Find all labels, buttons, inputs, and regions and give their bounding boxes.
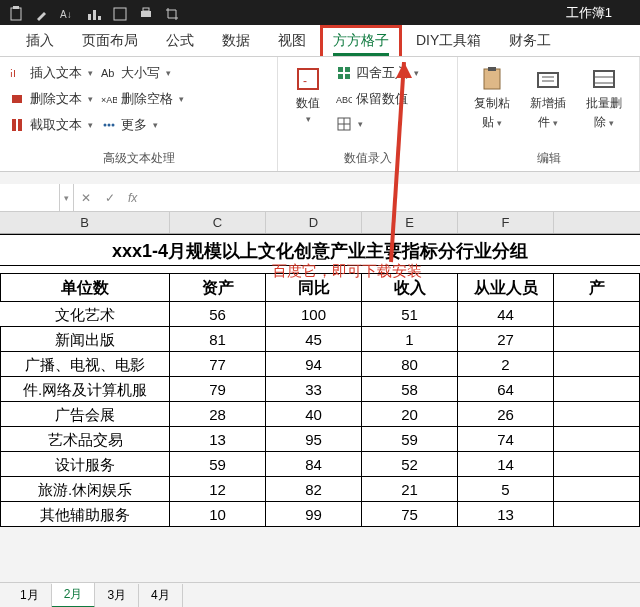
col-header-C[interactable]: C — [170, 212, 266, 233]
table-row[interactable]: 旅游.休闲娱乐1282215 — [0, 477, 640, 502]
print-icon[interactable] — [138, 6, 154, 20]
svg-text:-: - — [303, 74, 307, 88]
paste-icon[interactable] — [8, 6, 24, 20]
ribbon: ⅰⅠ 插入文本▾ 删除文本▾ 截取文本▾ Ab 大小写▾ ×AB — [0, 57, 640, 172]
svg-rect-22 — [338, 74, 343, 79]
tab-insert[interactable]: 插入 — [12, 26, 68, 56]
addins-button[interactable]: 新增插 件 ▾ — [524, 63, 572, 133]
addins-label1: 新增插 — [530, 95, 566, 112]
sort-icon[interactable]: A↓ — [60, 6, 76, 20]
numeric-button[interactable]: - 数值 ▾ — [288, 63, 328, 126]
cell: 45 — [266, 327, 362, 352]
table-row[interactable]: 新闻出版8145127 — [0, 327, 640, 352]
keep-numeric-button[interactable]: ABC 保留数值 — [336, 89, 408, 109]
cell: 80 — [362, 352, 458, 377]
table-row[interactable]: 件.网络及计算机服79335864 — [0, 377, 640, 402]
cell: 20 — [362, 402, 458, 427]
name-box[interactable] — [0, 184, 60, 211]
tab-data[interactable]: 数据 — [208, 26, 264, 56]
cut-text-label: 截取文本 — [30, 116, 82, 134]
tab-view[interactable]: 视图 — [264, 26, 320, 56]
border-icon[interactable] — [112, 6, 128, 20]
cell: 56 — [170, 302, 266, 327]
cell: 58 — [362, 377, 458, 402]
svg-rect-11 — [12, 119, 16, 131]
numeric-extra-button[interactable]: ▾ — [336, 115, 363, 133]
svg-rect-1 — [13, 6, 19, 9]
crop-icon[interactable] — [164, 6, 180, 20]
cell: 77 — [170, 352, 266, 377]
grid-icon — [336, 116, 352, 132]
sheet-tab-4[interactable]: 4月 — [139, 584, 183, 607]
col-header-F[interactable]: F — [458, 212, 554, 233]
cell: 33 — [266, 377, 362, 402]
svg-rect-18 — [298, 69, 318, 89]
tab-formula[interactable]: 公式 — [152, 26, 208, 56]
cell: 26 — [458, 402, 554, 427]
table-row[interactable]: 艺术品交易13955974 — [0, 427, 640, 452]
tab-fangfanggezi[interactable]: 方方格子 — [320, 25, 402, 56]
cell: 51 — [362, 302, 458, 327]
svg-rect-8 — [143, 8, 149, 11]
col-header-E[interactable]: E — [362, 212, 458, 233]
keep-numeric-label: 保留数值 — [356, 90, 408, 108]
delete-space-label: 删除空格 — [121, 90, 173, 108]
tab-diy-toolbox[interactable]: DIY工具箱 — [402, 26, 495, 56]
svg-text:Ab: Ab — [101, 67, 114, 79]
spreadsheet[interactable]: B C D E F xxx1-4月规模以上文化创意产业主要指标分行业分组 单位数… — [0, 212, 640, 527]
table-row[interactable]: 文化艺术561005144 — [0, 302, 640, 327]
cancel-formula-icon[interactable]: ✕ — [74, 184, 98, 211]
formula-bar[interactable]: fx — [122, 184, 640, 211]
row-label: 其他辅助服务 — [0, 502, 170, 527]
cell — [554, 502, 640, 527]
keep-numeric-icon: ABC — [336, 91, 352, 107]
workbook-name: 工作簿1 — [566, 4, 612, 22]
row-label: 艺术品交易 — [0, 427, 170, 452]
delete-space-button[interactable]: ×AB 删除空格▾ — [101, 89, 184, 109]
row-label: 件.网络及计算机服 — [0, 377, 170, 402]
cell: 95 — [266, 427, 362, 452]
brush-icon[interactable] — [34, 6, 50, 20]
namebox-dropdown-icon[interactable]: ▾ — [64, 193, 69, 203]
svg-text:ⅰⅠ: ⅰⅠ — [10, 68, 16, 79]
header-col2: 同比 — [266, 274, 362, 302]
svg-rect-10 — [12, 95, 22, 103]
col-header-B[interactable]: B — [0, 212, 170, 233]
batchdel-button[interactable]: 批量删 除 ▾ — [580, 63, 628, 133]
copypaste-label2: 贴 — [482, 115, 494, 129]
col-header-D[interactable]: D — [266, 212, 362, 233]
sheet-tab-1[interactable]: 1月 — [8, 584, 52, 607]
sheet-tab-3[interactable]: 3月 — [95, 584, 139, 607]
cell: 2 — [458, 352, 554, 377]
svg-rect-29 — [488, 67, 496, 71]
cut-text-icon — [10, 117, 26, 133]
tab-finance[interactable]: 财务工 — [495, 26, 565, 56]
sheet-tab-2[interactable]: 2月 — [52, 583, 96, 608]
delete-text-button[interactable]: 删除文本▾ — [10, 89, 93, 109]
round-button[interactable]: 四舍五入▾ — [336, 63, 419, 83]
more-button[interactable]: 更多▾ — [101, 115, 158, 135]
copypaste-button[interactable]: 复制粘 贴 ▾ — [468, 63, 516, 133]
row-label: 设计服务 — [0, 452, 170, 477]
table-title-row[interactable]: xxx1-4月规模以上文化创意产业主要指标分行业分组 — [0, 234, 640, 266]
table-row[interactable]: 广播、电视、电影7794802 — [0, 352, 640, 377]
svg-rect-6 — [114, 8, 126, 20]
accept-formula-icon[interactable]: ✓ — [98, 184, 122, 211]
tab-layout[interactable]: 页面布局 — [68, 26, 152, 56]
cell: 44 — [458, 302, 554, 327]
copypaste-label1: 复制粘 — [474, 95, 510, 112]
chart-icon[interactable] — [86, 6, 102, 20]
group-text-label: 高级文本处理 — [10, 150, 267, 168]
case-icon: Ab — [101, 65, 117, 81]
case-button[interactable]: Ab 大小写▾ — [101, 63, 171, 83]
table-header-row[interactable]: 单位数 资产 同比 收入 从业人员 产 — [0, 274, 640, 302]
insert-text-button[interactable]: ⅰⅠ 插入文本▾ — [10, 63, 93, 83]
table-row[interactable]: 广告会展28402026 — [0, 402, 640, 427]
row-label: 旅游.休闲娱乐 — [0, 477, 170, 502]
column-headers: B C D E F — [0, 212, 640, 234]
table-row[interactable]: 其他辅助服务10997513 — [0, 502, 640, 527]
delete-space-icon: ×AB — [101, 91, 117, 107]
table-row[interactable]: 设计服务59845214 — [0, 452, 640, 477]
row-label: 文化艺术 — [0, 302, 170, 327]
cut-text-button[interactable]: 截取文本▾ — [10, 115, 93, 135]
